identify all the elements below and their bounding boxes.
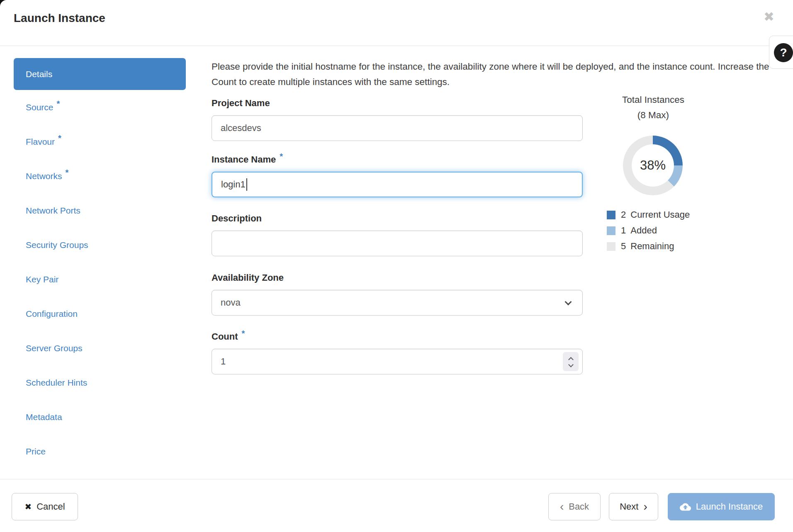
sidebar-item-configuration[interactable]: Configuration [14,296,186,331]
label-text: Count [212,331,238,342]
legend-label: Current Usage [630,209,690,220]
sidebar-item-label: Key Pair [26,275,58,284]
instance-name-input[interactable] [212,172,583,197]
sidebar-item-networks[interactable]: Networks * [14,159,186,193]
selected-option: nova [221,297,241,308]
label-text: Description [212,213,262,224]
availability-zone-group: Availability Zone nova [212,272,583,316]
count-group: Count * [212,331,583,374]
intro-text: Please provide the initial hostname for … [212,59,778,90]
chevron-left-icon: ‹ [560,502,564,511]
label-text: Availability Zone [212,272,284,283]
legend-item: 1 Added [607,223,690,238]
legend-swatch [607,242,615,251]
sidebar-item-metadata[interactable]: Metadata [14,400,186,434]
sidebar-item-label: Scheduler Hints [26,378,87,388]
donut-legend: 2 Current Usage 1 Added 5 Remaining [607,207,690,254]
description-input[interactable] [212,231,583,256]
sidebar-item-key-pair[interactable]: Key Pair [14,262,186,296]
next-button[interactable]: Next › [609,493,658,520]
label-text: Project Name [212,98,270,109]
count-label: Count * [212,331,583,342]
launch-label: Launch Instance [696,501,763,512]
instance-name-label: Instance Name * [212,154,583,165]
chevron-down-icon [565,299,572,306]
sidebar-item-scheduler-hints[interactable]: Scheduler Hints [14,365,186,400]
project-name-label: Project Name [212,98,583,109]
sidebar-item-source[interactable]: Source * [14,90,186,124]
required-star: * [242,329,245,338]
back-button[interactable]: ‹ Back [548,493,601,520]
instance-name-wrap [212,172,583,197]
cancel-label: Cancel [36,501,65,512]
sidebar-item-label: Server Groups [26,343,83,353]
wizard-sidebar: Details Source * Flavour * Networks * Ne… [14,58,186,469]
text-caret [246,178,247,191]
count-wrap [212,349,583,374]
sidebar-item-flavour[interactable]: Flavour * [14,124,186,159]
sidebar-item-label: Configuration [26,309,78,319]
next-label: Next [620,501,638,512]
sidebar-item-label: Price [26,447,46,457]
required-star: * [66,168,69,177]
legend-value: 5 [621,241,626,252]
cancel-button[interactable]: ✖ Cancel [12,493,78,520]
sidebar-item-label: Source [26,102,54,112]
availability-zone-label: Availability Zone [212,272,583,283]
quota-title: Total Instances [591,95,715,105]
description-label: Description [212,213,583,224]
launch-instance-modal: Launch Instance ✖ ? Details Source * Fla… [0,0,793,532]
project-name-group: Project Name [212,98,583,141]
availability-zone-select[interactable]: nova [212,290,583,316]
back-label: Back [569,501,589,512]
sidebar-item-label: Flavour [26,137,55,147]
quota-subtitle: (8 Max) [591,110,715,121]
label-text: Instance Name [212,154,276,165]
legend-item: 2 Current Usage [607,207,690,223]
instance-name-group: Instance Name * [212,154,583,197]
legend-value: 1 [621,225,626,236]
sidebar-item-label: Details [26,69,52,79]
sidebar-item-price[interactable]: Price [14,434,186,469]
donut-percent: 38% [632,144,674,187]
page-title: Launch Instance [14,12,105,25]
footer-divider [0,479,793,479]
chevron-right-icon: › [643,502,647,511]
instances-donut-chart: 38% [623,136,683,195]
legend-label: Added [630,225,657,236]
cloud-upload-icon [680,501,691,513]
legend-label: Remaining [630,241,674,252]
sidebar-item-details[interactable]: Details [14,58,186,90]
sidebar-item-label: Security Groups [26,240,88,250]
header-divider [0,46,793,46]
sidebar-item-label: Network Ports [26,206,80,216]
sidebar-item-label: Metadata [26,412,62,422]
required-star: * [57,99,60,109]
required-star: * [58,134,61,143]
help-button[interactable]: ? [769,36,793,69]
sidebar-item-security-groups[interactable]: Security Groups [14,228,186,262]
close-icon[interactable]: ✖ [764,9,774,24]
stepper-down-icon[interactable] [568,362,574,367]
legend-swatch [607,211,615,219]
project-name-input[interactable] [212,115,583,141]
description-group: Description [212,213,583,256]
description-wrap [212,231,583,256]
x-icon: ✖ [24,502,32,512]
project-name-wrap [212,115,583,141]
backdrop-corner [0,0,11,8]
quantity-stepper[interactable] [563,352,579,371]
legend-swatch [607,226,615,235]
legend-value: 2 [621,209,626,220]
count-input[interactable] [212,349,583,374]
sidebar-item-label: Networks [26,171,62,181]
legend-item: 5 Remaining [607,238,690,254]
launch-instance-button[interactable]: Launch Instance [668,493,775,520]
help-icon: ? [774,43,793,62]
required-star: * [280,152,283,161]
sidebar-item-network-ports[interactable]: Network Ports [14,193,186,228]
sidebar-item-server-groups[interactable]: Server Groups [14,331,186,365]
